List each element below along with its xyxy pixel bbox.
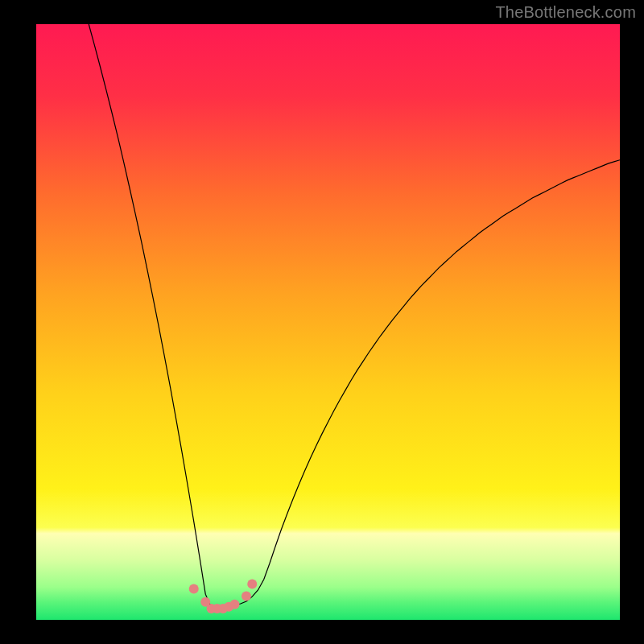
plot-area — [36, 24, 620, 620]
curve-marker — [242, 591, 251, 601]
plot-svg — [36, 24, 620, 620]
curve-marker — [247, 580, 257, 589]
chart-frame: TheBottleneck.com — [0, 0, 644, 644]
curve-marker — [230, 600, 240, 609]
gradient-background — [36, 24, 620, 620]
watermark-text: TheBottleneck.com — [495, 3, 636, 22]
curve-marker — [189, 584, 199, 594]
